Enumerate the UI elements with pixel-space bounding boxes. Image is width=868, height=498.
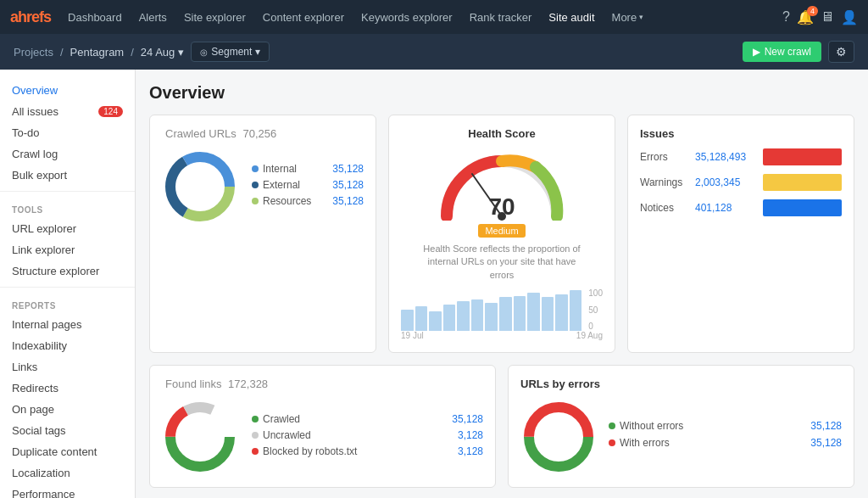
legend-external: External 35,128	[252, 179, 364, 191]
svg-point-3	[176, 163, 224, 210]
monitor-icon[interactable]: 🖥	[821, 9, 834, 25]
health-score-number: 70	[488, 193, 515, 221]
sidebar-item-duplicate-content[interactable]: Duplicate content	[0, 441, 135, 462]
notifications-icon[interactable]: 🔔 4	[797, 9, 814, 25]
sidebar: Overview All issues 124 To-do Crawl log …	[0, 70, 136, 498]
chart-x-axis: 19 Jul 19 Aug	[401, 331, 603, 340]
health-mini-bar	[542, 297, 554, 331]
reports-section-label: REPORTS	[0, 293, 135, 314]
health-mini-bar	[527, 293, 540, 332]
sidebar-item-all-issues[interactable]: All issues 124	[0, 101, 135, 122]
breadcrumb-site[interactable]: Pentagram	[70, 46, 125, 59]
errors-bar	[763, 148, 842, 165]
chart-y-axis: 100 50 0	[588, 288, 603, 331]
health-mini-bar	[555, 294, 568, 331]
date-selector[interactable]: 24 Aug ▾	[141, 46, 185, 59]
found-links-card: Found links 172,328	[149, 365, 496, 488]
legend-resources: Resources 35,128	[252, 195, 364, 207]
warnings-bar	[763, 174, 842, 191]
breadcrumb-projects[interactable]: Projects	[14, 46, 53, 59]
urls-errors-donut	[520, 399, 597, 475]
breadcrumb-actions: ▶ New crawl ⚙	[743, 41, 854, 63]
sidebar-item-link-explorer[interactable]: Link explorer	[0, 239, 135, 260]
found-links-donut	[162, 399, 238, 475]
sidebar-item-crawl-log[interactable]: Crawl log	[0, 143, 135, 165]
crawled-donut	[162, 148, 238, 225]
sidebar-item-url-explorer[interactable]: URL explorer	[0, 218, 135, 239]
sidebar-item-overview[interactable]: Overview	[0, 80, 135, 101]
sidebar-item-todo[interactable]: To-do	[0, 122, 135, 143]
found-links-legend: Crawled 35,128 Uncrawled 3,128	[252, 413, 483, 462]
issues-card: Issues Errors 35,128,493 Warnings 2,003,…	[627, 115, 854, 353]
urls-by-errors-title: URLs by errors	[520, 378, 842, 390]
legend-uncrawled: Uncrawled 3,128	[252, 429, 483, 441]
issues-notices-row: Notices 401,128	[640, 199, 842, 216]
nav-content-explorer[interactable]: Content explorer	[256, 8, 351, 27]
all-issues-badge: 124	[98, 106, 123, 117]
legend-blocked: Blocked by robots.txt 3,128	[252, 445, 483, 457]
legend-internal: Internal 35,128	[252, 163, 364, 175]
health-mini-bar	[485, 303, 498, 331]
without-errors-item: Without errors 35,128	[609, 420, 842, 432]
main-content: Overview Crawled URLs 70,256	[136, 70, 868, 498]
sidebar-item-social-tags[interactable]: Social tags	[0, 420, 135, 441]
segment-button[interactable]: ◎ Segment ▾	[191, 42, 270, 62]
sidebar-item-links[interactable]: Links	[0, 356, 135, 378]
svg-point-12	[535, 413, 582, 461]
chevron-down-icon: ▾	[639, 13, 643, 21]
nav-rank-tracker[interactable]: Rank tracker	[463, 8, 539, 27]
health-score-card: Health Score 70 Medium	[388, 115, 615, 353]
found-links-chart: Crawled 35,128 Uncrawled 3,128	[162, 399, 483, 475]
urls-errors-legend: Without errors 35,128 With errors 35,128	[609, 420, 842, 454]
crawled-urls-chart: Internal 35,128 External 35,128	[162, 148, 364, 225]
health-mini-bar	[471, 299, 484, 331]
health-score-chart: 100 50 0	[401, 288, 603, 331]
breadcrumb-sep1: /	[60, 46, 64, 59]
segment-icon: ◎	[200, 48, 208, 57]
breadcrumb-bar: Projects / Pentagram / 24 Aug ▾ ◎ Segmen…	[0, 34, 868, 70]
sidebar-item-indexability[interactable]: Indexability	[0, 335, 135, 356]
play-icon: ▶	[753, 46, 760, 58]
notices-bar	[763, 199, 842, 216]
settings-button[interactable]: ⚙	[828, 41, 854, 63]
health-mini-bar	[514, 296, 526, 331]
urls-errors-chart: Without errors 35,128 With errors 35,128	[520, 399, 842, 475]
nav-more[interactable]: More ▾	[605, 8, 651, 27]
main-layout: Overview All issues 124 To-do Crawl log …	[0, 70, 868, 498]
svg-point-9	[176, 413, 224, 461]
sidebar-item-internal-pages[interactable]: Internal pages	[0, 314, 135, 335]
logo: ahrefs	[10, 8, 51, 26]
health-mini-bar	[457, 301, 470, 331]
sidebar-item-redirects[interactable]: Redirects	[0, 378, 135, 399]
health-mini-bar	[443, 305, 456, 331]
help-icon[interactable]: ?	[782, 9, 790, 25]
gauge-chart: 70	[434, 148, 570, 221]
sidebar-item-on-page[interactable]: On page	[0, 399, 135, 420]
sidebar-item-performance[interactable]: Performance	[0, 484, 135, 498]
health-score-description: Health Score reflects the proportion of …	[417, 243, 587, 282]
breadcrumb-sep2: /	[131, 46, 134, 59]
sidebar-item-localization[interactable]: Localization	[0, 462, 135, 484]
nav-site-audit[interactable]: Site audit	[542, 8, 601, 27]
nav-keywords-explorer[interactable]: Keywords explorer	[354, 8, 459, 27]
tools-section-label: TOOLS	[0, 197, 135, 218]
nav-dashboard[interactable]: Dashboard	[61, 8, 129, 27]
nav-site-explorer[interactable]: Site explorer	[177, 8, 253, 27]
health-mini-bar	[401, 310, 414, 331]
notif-badge: 4	[807, 6, 818, 16]
crawled-urls-card: Crawled URLs 70,256	[149, 115, 376, 353]
sidebar-item-structure-explorer[interactable]: Structure explorer	[0, 260, 135, 282]
new-crawl-button[interactable]: ▶ New crawl	[743, 42, 821, 62]
user-icon[interactable]: 👤	[841, 9, 858, 25]
health-mini-bar	[570, 290, 582, 331]
issues-errors-row: Errors 35,128,493	[640, 148, 842, 165]
health-mini-bar	[499, 297, 512, 331]
crawled-legend: Internal 35,128 External 35,128	[252, 163, 364, 211]
health-mini-bar	[429, 311, 442, 331]
health-mini-bar	[415, 306, 428, 331]
nav-alerts[interactable]: Alerts	[132, 8, 174, 27]
with-errors-item: With errors 35,128	[609, 437, 842, 449]
legend-crawled: Crawled 35,128	[252, 413, 483, 425]
sidebar-item-bulk-export[interactable]: Bulk export	[0, 165, 135, 186]
health-score-title: Health Score	[468, 127, 535, 140]
